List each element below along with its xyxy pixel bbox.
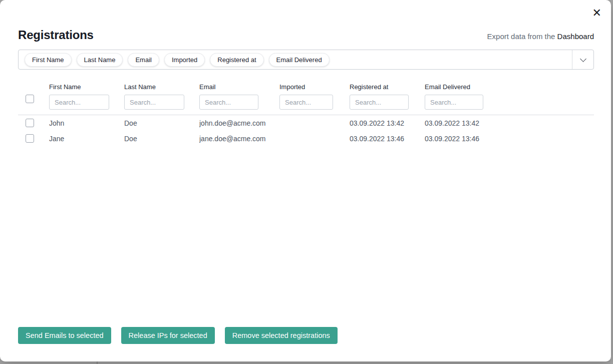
send-emails-button[interactable]: Send Emails to selected <box>18 327 111 344</box>
column-header-imported: Imported <box>279 83 350 91</box>
search-input-email[interactable] <box>199 95 258 110</box>
chevron-down-icon <box>580 56 586 62</box>
table-body: John Doe john.doe@acme.com 03.09.2022 13… <box>18 115 594 146</box>
cell-email-delivered: 03.09.2022 13:46 <box>425 135 594 143</box>
cell-last-name: Doe <box>124 119 199 127</box>
export-hint: Export data from the Dashboard <box>487 32 594 41</box>
cell-email: john.doe@acme.com <box>199 119 279 127</box>
bulk-actions-bar: Send Emails to selected Release IPs for … <box>18 327 338 344</box>
table-row: Jane Doe jane.doe@acme.com 03.09.2022 13… <box>18 131 594 146</box>
column-filter-bar: First Name Last Name Email Imported Regi… <box>18 50 594 70</box>
table-header: First Name Last Name Email Imported Regi… <box>18 83 594 110</box>
release-ips-button[interactable]: Release IPs for selected <box>121 327 215 344</box>
search-input-last-name[interactable] <box>124 95 184 110</box>
search-input-imported[interactable] <box>279 95 333 110</box>
chip-email-delivered[interactable]: Email Delivered <box>269 53 330 67</box>
search-input-registered-at[interactable] <box>350 95 409 110</box>
cell-last-name: Doe <box>124 135 199 143</box>
select-all-checkbox[interactable] <box>26 95 34 103</box>
modal-header: Registrations Export data from the Dashb… <box>18 28 594 42</box>
export-hint-text: Export data from the <box>487 32 555 41</box>
cell-registered-at: 03.09.2022 13:46 <box>350 135 425 143</box>
search-input-email-delivered[interactable] <box>425 95 483 110</box>
cell-first-name: John <box>49 119 124 127</box>
cell-registered-at: 03.09.2022 13:42 <box>350 119 425 127</box>
chip-last-name[interactable]: Last Name <box>77 53 123 67</box>
column-header-first-name: First Name <box>49 83 124 91</box>
column-header-email: Email <box>199 83 279 91</box>
cell-email-delivered: 03.09.2022 13:42 <box>425 119 594 127</box>
cell-email: jane.doe@acme.com <box>199 135 279 143</box>
column-header-registered-at: Registered at <box>350 83 425 91</box>
row-checkbox[interactable] <box>26 119 34 127</box>
registrations-table: First Name Last Name Email Imported Regi… <box>18 83 594 146</box>
close-icon[interactable]: ✕ <box>591 7 602 20</box>
chip-first-name[interactable]: First Name <box>25 53 72 67</box>
remove-registrations-button[interactable]: Remove selected registrations <box>225 327 338 344</box>
filter-dropdown-button[interactable] <box>572 50 593 69</box>
cell-first-name: Jane <box>49 135 124 143</box>
column-chip-list: First Name Last Name Email Imported Regi… <box>19 53 572 67</box>
dashboard-link[interactable]: Dashboard <box>557 32 594 41</box>
chip-imported[interactable]: Imported <box>164 53 205 67</box>
search-input-first-name[interactable] <box>49 95 109 110</box>
chip-registered-at[interactable]: Registered at <box>210 53 263 67</box>
registrations-modal: ✕ Registrations Export data from the Das… <box>0 0 611 361</box>
column-header-email-delivered: Email Delivered <box>425 83 594 91</box>
row-checkbox[interactable] <box>26 134 34 143</box>
page-title: Registrations <box>18 28 94 42</box>
table-row: John Doe john.doe@acme.com 03.09.2022 13… <box>18 115 594 131</box>
chip-email[interactable]: Email <box>128 53 159 67</box>
column-header-last-name: Last Name <box>124 83 199 91</box>
